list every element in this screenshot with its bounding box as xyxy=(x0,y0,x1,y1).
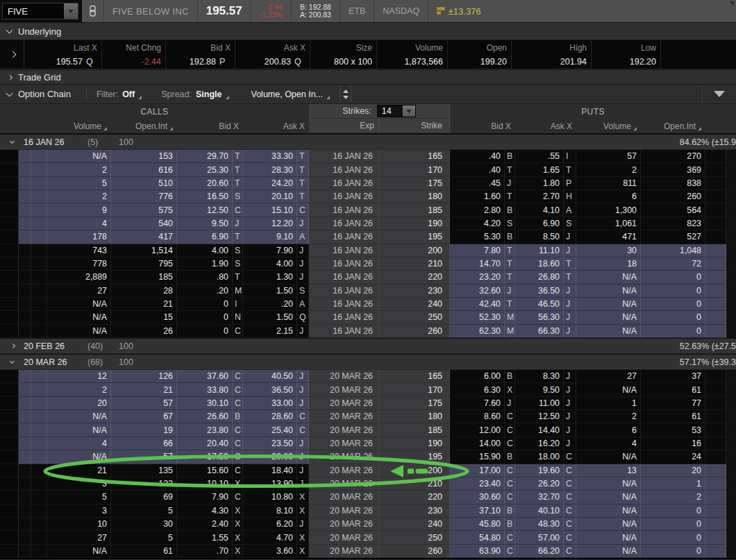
put-volume-cell[interactable]: 6 xyxy=(576,190,641,203)
calls-volume-header[interactable]: Volume xyxy=(47,119,111,133)
put-bid-cell[interactable]: 62.30 xyxy=(450,325,505,338)
symbol-link-button[interactable] xyxy=(82,0,104,22)
window-resize-corner[interactable] xyxy=(729,1,734,6)
call-volume-cell[interactable]: 21 xyxy=(47,464,111,477)
call-openint-cell[interactable]: 135 xyxy=(111,464,177,477)
put-volume-cell[interactable]: N/A xyxy=(576,518,641,531)
strike-cell[interactable]: 185 xyxy=(379,423,450,436)
call-bid-cell[interactable]: .80 xyxy=(177,271,233,284)
call-bid-cell[interactable]: 6.90 xyxy=(177,230,233,244)
scrollbar-track[interactable] xyxy=(726,230,736,244)
strike-cell[interactable]: 260 xyxy=(379,325,450,338)
call-ask-cell[interactable]: 18.40 xyxy=(243,464,297,477)
expiration-cell[interactable]: 16 JAN 26 xyxy=(309,325,379,338)
call-ask-cell[interactable]: 23.50 xyxy=(243,437,297,450)
call-bid-cell[interactable]: 33.80 xyxy=(177,383,233,396)
call-bid-cell[interactable]: 17.50 xyxy=(177,450,233,464)
call-ask-cell[interactable]: 2.15 xyxy=(243,325,297,338)
strike-cell[interactable]: 240 xyxy=(379,518,450,531)
scrollbar-track[interactable] xyxy=(726,150,736,163)
call-volume-cell[interactable]: 20 xyxy=(47,397,111,410)
put-ask-cell[interactable]: 66.30 xyxy=(515,325,564,338)
put-bid-cell[interactable]: 6.30 xyxy=(450,383,505,396)
strike-cell[interactable]: 190 xyxy=(379,217,450,230)
put-openint-cell[interactable]: 369 xyxy=(641,163,705,176)
call-openint-cell[interactable]: 57 xyxy=(111,450,177,464)
strike-cell[interactable]: 220 xyxy=(379,271,450,284)
put-volume-cell[interactable]: N/A xyxy=(576,531,641,544)
put-openint-cell[interactable]: 0 xyxy=(641,325,705,338)
call-volume-cell[interactable]: 4 xyxy=(47,217,111,230)
expiration-cell[interactable]: 16 JAN 26 xyxy=(309,311,379,324)
put-openint-cell[interactable]: 0 xyxy=(641,271,705,284)
put-volume-cell[interactable]: 4 xyxy=(576,437,641,450)
strike-cell[interactable]: 195 xyxy=(379,230,450,244)
call-bid-cell[interactable]: 4.30 xyxy=(177,504,233,518)
put-volume-cell[interactable]: 2 xyxy=(576,410,641,423)
call-volume-cell[interactable]: N/A xyxy=(47,450,111,464)
filter-dropdown[interactable]: Filter: Off xyxy=(87,85,151,103)
scrollbar-track[interactable] xyxy=(726,285,736,298)
strike-cell[interactable]: 170 xyxy=(379,383,450,396)
scrollbar-track[interactable] xyxy=(726,477,736,491)
strike-cell[interactable]: 210 xyxy=(379,477,450,491)
call-openint-cell[interactable]: 5 xyxy=(111,531,177,544)
call-openint-cell[interactable]: 26 xyxy=(111,325,177,338)
calls-ask-header[interactable]: Ask X xyxy=(243,119,309,133)
call-ask-cell[interactable]: .20 xyxy=(243,298,297,311)
scrollbar-track[interactable] xyxy=(726,491,736,504)
calls-openint-header[interactable]: Open.Int xyxy=(111,119,177,133)
puts-openint-header[interactable]: Open.Int xyxy=(641,119,705,133)
expiration-cell[interactable]: 16 JAN 26 xyxy=(309,203,379,217)
put-volume-cell[interactable]: N/A xyxy=(576,383,641,396)
symbol-value[interactable]: FIVE xyxy=(3,6,64,17)
put-openint-cell[interactable]: 260 xyxy=(641,190,705,203)
put-bid-cell[interactable]: 42.40 xyxy=(450,298,505,311)
put-volume-cell[interactable]: 1 xyxy=(576,397,641,410)
put-bid-cell[interactable]: .40 xyxy=(450,163,505,176)
expiration-cell[interactable]: 20 MAR 26 xyxy=(309,397,379,410)
put-bid-cell[interactable]: 37.10 xyxy=(450,504,505,518)
col-header-size[interactable]: Size xyxy=(310,40,377,55)
underlying-ask[interactable]: 200.83Q xyxy=(235,55,310,69)
call-bid-cell[interactable]: .20 xyxy=(177,285,233,298)
underlying-open[interactable]: 199.20 xyxy=(448,55,512,69)
call-ask-cell[interactable]: 12.20 xyxy=(243,217,297,230)
call-bid-cell[interactable]: 0 xyxy=(177,311,233,324)
put-bid-cell[interactable]: 7.60 xyxy=(450,397,505,410)
call-volume-cell[interactable]: 5 xyxy=(47,177,111,190)
put-bid-cell[interactable]: 6.00 xyxy=(450,370,505,383)
put-openint-cell[interactable]: 61 xyxy=(641,410,705,423)
strike-cell[interactable]: 240 xyxy=(379,298,450,311)
put-ask-cell[interactable]: 14.40 xyxy=(515,423,564,436)
put-bid-cell[interactable]: 30.60 xyxy=(450,491,505,504)
put-openint-cell[interactable]: 0 xyxy=(641,285,705,298)
col-header-open[interactable]: Open xyxy=(448,40,512,55)
call-bid-cell[interactable]: 26.60 xyxy=(177,410,233,423)
put-bid-cell[interactable]: 63.90 xyxy=(450,545,505,558)
symbol-input[interactable]: FIVE xyxy=(2,3,78,19)
exp-header[interactable]: Exp xyxy=(309,119,379,133)
call-volume-cell[interactable]: 743 xyxy=(47,244,111,257)
underlying-last[interactable]: 195.57Q xyxy=(24,55,102,69)
puts-bid-header[interactable]: Bid X xyxy=(450,119,515,133)
strike-cell[interactable]: 230 xyxy=(379,504,450,518)
call-bid-cell[interactable]: 20.40 xyxy=(177,437,233,450)
expiration-cell[interactable]: 20 MAR 26 xyxy=(309,477,379,491)
scrollbar-track[interactable] xyxy=(726,504,736,518)
put-bid-cell[interactable]: 5.30 xyxy=(450,230,505,244)
put-volume-cell[interactable]: 471 xyxy=(576,230,641,244)
put-bid-cell[interactable]: 23.20 xyxy=(450,271,505,284)
call-ask-cell[interactable]: 15.10 xyxy=(243,203,297,217)
scrollbar-track[interactable] xyxy=(726,257,736,271)
put-volume-cell[interactable]: N/A xyxy=(576,298,641,311)
trade-grid-section-header[interactable]: Trade Grid xyxy=(0,69,736,85)
expiration-cell[interactable]: 20 MAR 26 xyxy=(309,423,379,436)
option-chain-section-header[interactable]: Option Chain xyxy=(0,89,86,99)
put-volume-cell[interactable]: 18 xyxy=(576,257,641,271)
scrollbar-track[interactable] xyxy=(726,383,736,396)
strike-cell[interactable]: 170 xyxy=(379,163,450,176)
call-ask-cell[interactable]: 20.10 xyxy=(243,190,297,203)
strike-cell[interactable]: 180 xyxy=(379,410,450,423)
underlying-size[interactable]: 800 x 100 xyxy=(310,55,377,69)
